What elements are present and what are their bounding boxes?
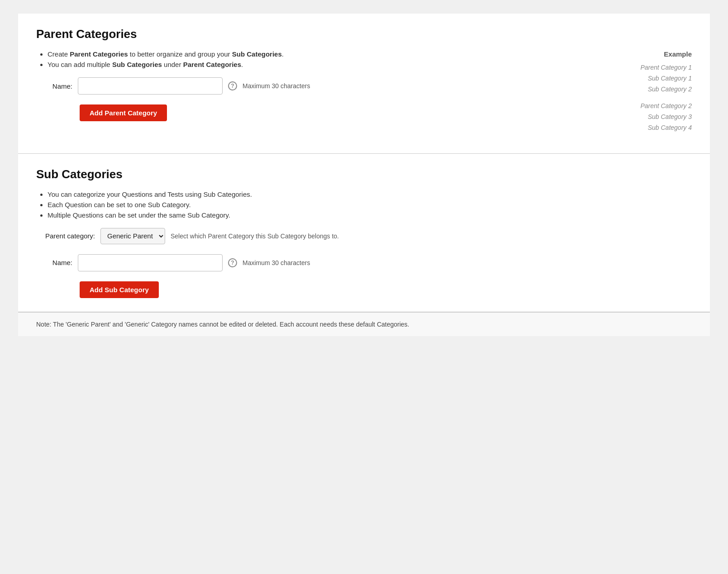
example-parent-1: Parent Category 1 [610, 62, 692, 73]
example-sub-4: Sub Category 4 [610, 123, 692, 133]
sub-name-row: Name: ? Maximum 30 characters [36, 254, 692, 271]
parent-info-item-2: You can add multiple Sub Categories unde… [48, 61, 592, 68]
parent-form-content: Create Parent Categories to better organ… [36, 50, 592, 121]
sub-info-item-2: Each Question can be set to one Sub Cate… [48, 201, 692, 209]
parent-form-section: Create Parent Categories to better organ… [36, 50, 692, 140]
example-parent-2: Parent Category 2 [610, 101, 692, 112]
note-text: Note: The 'Generic Parent' and 'Generic'… [36, 321, 409, 328]
sub-name-label: Name: [36, 259, 72, 266]
example-sub-3: Sub Category 3 [610, 112, 692, 123]
sub-help-icon: ? [228, 258, 237, 267]
parent-categories-title: Parent Categories [36, 27, 692, 41]
parent-info-item-1: Create Parent Categories to better organ… [48, 50, 592, 58]
parent-info-list: Create Parent Categories to better organ… [36, 50, 592, 68]
parent-name-input[interactable] [78, 77, 223, 95]
example-title: Example [610, 50, 692, 58]
example-group-2: Parent Category 2 Sub Category 3 Sub Cat… [610, 101, 692, 133]
add-sub-category-button[interactable]: Add Sub Category [80, 281, 159, 298]
parent-help-icon: ? [228, 81, 237, 90]
parent-max-chars: Maximum 30 characters [243, 82, 310, 90]
example-sub-1: Sub Category 1 [610, 73, 692, 84]
sub-info-item-1: You can categorize your Questions and Te… [48, 190, 692, 198]
parent-categories-section: Parent Categories Create Parent Categori… [18, 14, 710, 153]
parent-name-row: Name: ? Maximum 30 characters [36, 77, 592, 95]
parent-category-label: Parent category: [36, 232, 95, 240]
sub-name-input[interactable] [78, 254, 223, 271]
parent-example-box: Example Parent Category 1 Sub Category 1… [592, 50, 692, 140]
parent-category-select[interactable]: Generic Parent [100, 228, 165, 244]
page-container: Parent Categories Create Parent Categori… [0, 0, 728, 574]
sub-categories-title: Sub Categories [36, 167, 692, 181]
sub-max-chars: Maximum 30 characters [243, 259, 310, 266]
example-group-1: Parent Category 1 Sub Category 1 Sub Cat… [610, 62, 692, 95]
example-sub-2: Sub Category 2 [610, 84, 692, 95]
sub-info-list: You can categorize your Questions and Te… [36, 190, 692, 219]
parent-name-label: Name: [36, 82, 72, 90]
sub-categories-section: Sub Categories You can categorize your Q… [18, 154, 710, 312]
select-help-text: Select which Parent Category this Sub Ca… [171, 232, 339, 240]
sub-info-item-3: Multiple Questions can be set under the … [48, 211, 692, 219]
add-parent-category-button[interactable]: Add Parent Category [80, 104, 167, 121]
note-bar: Note: The 'Generic Parent' and 'Generic'… [18, 312, 710, 336]
parent-category-row: Parent category: Generic Parent Select w… [36, 228, 692, 244]
